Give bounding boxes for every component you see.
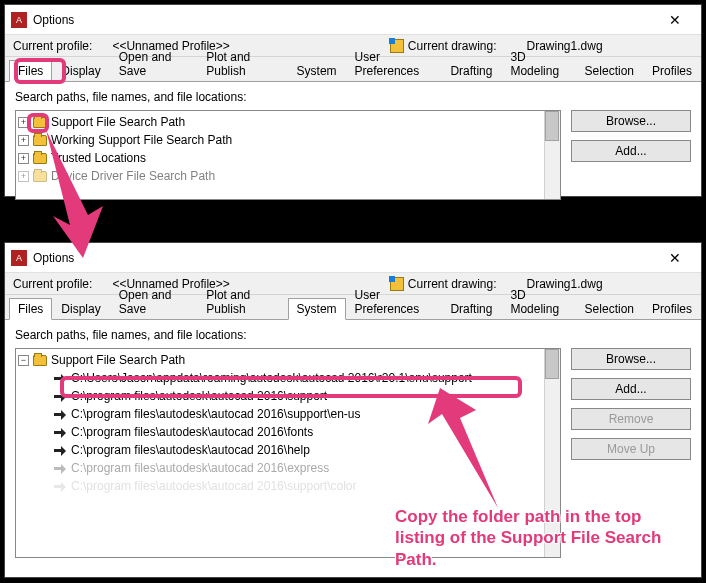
browse-button[interactable]: Browse... xyxy=(571,348,691,370)
tree-item-path[interactable]: C:\program files\autodesk\autocad 2016\s… xyxy=(16,477,560,495)
tab-drafting[interactable]: Drafting xyxy=(441,60,501,81)
path-arrow-icon xyxy=(53,445,67,456)
tab-system[interactable]: System xyxy=(288,298,346,320)
tab-user-preferences[interactable]: User Preferences xyxy=(346,46,442,81)
tree-item[interactable]: + Working Support File Search Path xyxy=(16,131,560,149)
search-paths-label: Search paths, file names, and file locat… xyxy=(15,90,691,104)
button-column: Browse... Add... Remove Move Up xyxy=(571,348,691,558)
folder-icon xyxy=(33,135,47,146)
tab-strip: Files Display Open and Save Plot and Pub… xyxy=(5,295,701,319)
tree-item-root[interactable]: − Support File Search Path xyxy=(16,351,560,369)
tab-content: Search paths, file names, and file locat… xyxy=(5,319,701,566)
button-column: Browse... Add... xyxy=(571,110,691,200)
tree-item-path[interactable]: C:\program files\autodesk\autocad 2016\s… xyxy=(16,387,560,405)
path-arrow-icon xyxy=(53,373,67,384)
tab-display[interactable]: Display xyxy=(52,298,109,319)
tab-plot-and-publish[interactable]: Plot and Publish xyxy=(197,284,287,319)
folder-icon xyxy=(33,171,47,182)
tree-item[interactable]: + Trusted Locations xyxy=(16,149,560,167)
path-arrow-icon xyxy=(53,481,67,492)
browse-button[interactable]: Browse... xyxy=(571,110,691,132)
tab-drafting[interactable]: Drafting xyxy=(441,298,501,319)
tree-item-path[interactable]: C:\program files\autodesk\autocad 2016\f… xyxy=(16,423,560,441)
scroll-thumb[interactable] xyxy=(545,349,559,379)
close-button[interactable]: ✕ xyxy=(655,12,695,28)
tab-profiles[interactable]: Profiles xyxy=(643,298,701,319)
options-dialog-top: A Options ✕ Current profile: <<Unnamed P… xyxy=(4,4,702,197)
path-arrow-icon xyxy=(53,463,67,474)
add-button[interactable]: Add... xyxy=(571,140,691,162)
tree-view[interactable]: + Support File Search Path + Working Sup… xyxy=(15,110,561,200)
tab-strip: Files Display Open and Save Plot and Pub… xyxy=(5,57,701,81)
tree-item-path[interactable]: C:\program files\autodesk\autocad 2016\s… xyxy=(16,405,560,423)
tab-3d-modeling[interactable]: 3D Modeling xyxy=(501,46,575,81)
tab-display[interactable]: Display xyxy=(52,60,109,81)
expand-icon[interactable]: + xyxy=(18,153,29,164)
current-profile-label: Current profile: xyxy=(13,277,92,291)
expand-icon[interactable]: + xyxy=(18,171,29,182)
scroll-thumb[interactable] xyxy=(545,111,559,141)
tab-files[interactable]: Files xyxy=(9,60,52,82)
folder-icon xyxy=(33,153,47,164)
tab-system[interactable]: System xyxy=(288,60,346,81)
path-arrow-icon xyxy=(53,409,67,420)
tree-item-path[interactable]: C:\program files\autodesk\autocad 2016\h… xyxy=(16,441,560,459)
options-dialog-bottom: A Options ✕ Current profile: <<Unnamed P… xyxy=(4,242,702,578)
expand-icon[interactable]: + xyxy=(18,117,29,128)
app-icon: A xyxy=(11,250,27,266)
tab-user-preferences[interactable]: User Preferences xyxy=(346,284,442,319)
close-button[interactable]: ✕ xyxy=(655,250,695,266)
path-arrow-icon xyxy=(53,427,67,438)
expand-icon[interactable]: + xyxy=(18,135,29,146)
window-title: Options xyxy=(33,251,74,265)
tab-content: Search paths, file names, and file locat… xyxy=(5,81,701,208)
tab-open-and-save[interactable]: Open and Save xyxy=(110,46,198,81)
tree-item-path[interactable]: C:\program files\autodesk\autocad 2016\e… xyxy=(16,459,560,477)
tab-3d-modeling[interactable]: 3D Modeling xyxy=(501,284,575,319)
tab-plot-and-publish[interactable]: Plot and Publish xyxy=(197,46,287,81)
scrollbar[interactable] xyxy=(544,349,560,557)
collapse-icon[interactable]: − xyxy=(18,355,29,366)
window-title: Options xyxy=(33,13,74,27)
tab-open-and-save[interactable]: Open and Save xyxy=(110,284,198,319)
titlebar: A Options ✕ xyxy=(5,243,701,273)
tab-profiles[interactable]: Profiles xyxy=(643,60,701,81)
folder-icon xyxy=(33,355,47,366)
add-button[interactable]: Add... xyxy=(571,378,691,400)
tab-files[interactable]: Files xyxy=(9,298,52,320)
moveup-button[interactable]: Move Up xyxy=(571,438,691,460)
remove-button[interactable]: Remove xyxy=(571,408,691,430)
path-arrow-icon xyxy=(53,391,67,402)
app-icon: A xyxy=(11,12,27,28)
tab-selection[interactable]: Selection xyxy=(576,298,643,319)
tree-item[interactable]: + Support File Search Path xyxy=(16,113,560,131)
folder-icon xyxy=(33,117,47,128)
tree-view[interactable]: − Support File Search Path C:\Users\Jaso… xyxy=(15,348,561,558)
tab-selection[interactable]: Selection xyxy=(576,60,643,81)
tree-item[interactable]: + Device Driver File Search Path xyxy=(16,167,560,185)
titlebar: A Options ✕ xyxy=(5,5,701,35)
tree-item-path[interactable]: C:\Users\Jason\appdata\roaming\autodesk\… xyxy=(16,369,560,387)
search-paths-label: Search paths, file names, and file locat… xyxy=(15,328,691,342)
scrollbar[interactable] xyxy=(544,111,560,199)
current-profile-label: Current profile: xyxy=(13,39,92,53)
